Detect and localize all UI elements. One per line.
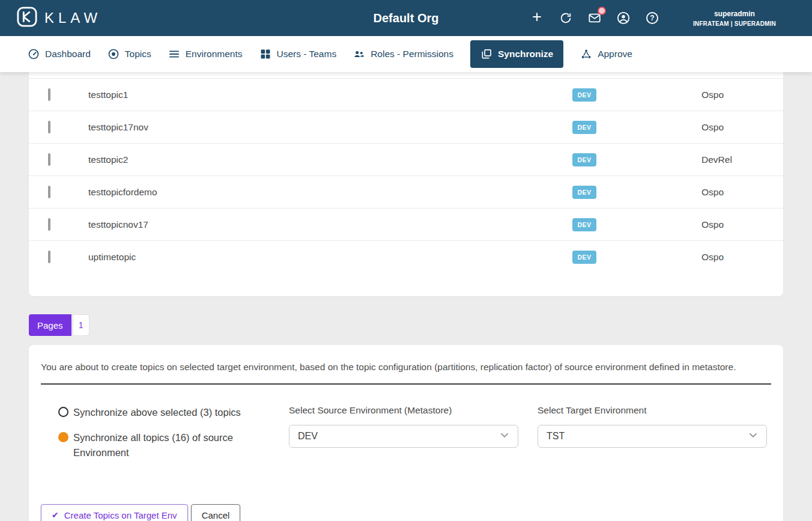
team-name: DevRel <box>659 154 783 165</box>
env-badge: DEV <box>572 251 597 264</box>
env-badge: DEV <box>572 218 597 231</box>
radio-sync-all-topics[interactable]: Synchronize all topics (16) of source En… <box>58 430 289 461</box>
env-badge: DEV <box>572 153 597 166</box>
table-row: testtopicnov17 DEV Ospo <box>29 208 783 240</box>
username: superadmin <box>693 10 776 18</box>
table-row: testtopic1 DEV Ospo <box>29 78 783 111</box>
org-title: Default Org <box>374 11 439 25</box>
main-nav: Dashboard Topics Environments Us <box>0 36 812 72</box>
nav-label: Users - Teams <box>277 49 337 59</box>
main-content: testtopic1 DEV Ospo testtopic17nov DEV O… <box>0 72 812 521</box>
team-name: Ospo <box>659 122 783 133</box>
add-icon[interactable]: + <box>530 11 544 25</box>
nav-label: Approve <box>598 49 632 59</box>
row-checkbox[interactable] <box>48 88 50 101</box>
account-icon[interactable] <box>616 11 631 25</box>
chevron-down-icon <box>747 429 759 443</box>
create-topics-button[interactable]: ✔ Create Topics on Target Env <box>41 504 188 521</box>
nav-label: Synchronize <box>498 49 553 59</box>
cancel-button[interactable]: Cancel <box>191 504 241 521</box>
team-name: Ospo <box>659 187 783 198</box>
header-actions: + ? <box>530 11 659 25</box>
nav-item-environments[interactable]: Environments <box>168 48 243 60</box>
target-env-group: Select Target Environment TST <box>538 405 767 448</box>
topic-name: testtopic17nov <box>88 122 509 133</box>
row-checkbox[interactable] <box>48 218 50 231</box>
team-name: Ospo <box>659 219 783 230</box>
table-row: testtopicfordemo DEV Ospo <box>29 175 783 208</box>
mail-icon[interactable] <box>587 11 602 25</box>
nav-item-users-teams[interactable]: Users - Teams <box>259 48 337 60</box>
roles-permissions-icon <box>353 48 365 60</box>
nav-label: Topics <box>125 49 151 59</box>
row-checkbox[interactable] <box>48 251 50 263</box>
table-row: testtopic2 DEV DevRel <box>29 143 783 175</box>
approve-icon <box>580 48 592 60</box>
topic-name: testtopicnov17 <box>88 219 509 230</box>
help-icon[interactable]: ? <box>645 11 659 25</box>
row-checkbox[interactable] <box>48 153 50 166</box>
sync-form: Synchronize above selected (3) topics Sy… <box>41 405 771 471</box>
source-env-label: Select Source Environment (Metastore) <box>289 405 518 416</box>
nav-item-approve[interactable]: Approve <box>580 48 632 60</box>
check-icon: ✔ <box>52 510 59 520</box>
nav-item-synchronize[interactable]: Synchronize <box>470 40 563 68</box>
logo-text: KLAW <box>44 10 102 26</box>
user-team-role: INFRATEAM | SUPERADMIN <box>693 20 776 27</box>
topics-table: testtopic1 DEV Ospo testtopic17nov DEV O… <box>29 72 783 296</box>
radio-label: Synchronize above selected (3) topics <box>73 405 241 421</box>
user-info: superadmin INFRATEAM | SUPERADMIN <box>693 10 776 27</box>
nav-label: Roles - Permissions <box>371 49 453 59</box>
source-env-value: DEV <box>298 431 318 442</box>
nav-item-roles-permissions[interactable]: Roles - Permissions <box>353 48 453 60</box>
source-env-select[interactable]: DEV <box>289 425 518 448</box>
table-row: uptimetopic DEV Ospo <box>29 240 783 273</box>
chevron-down-icon <box>498 429 511 443</box>
target-env-select[interactable]: TST <box>538 425 767 448</box>
topic-name: testtopic2 <box>88 154 509 165</box>
klaw-logo[interactable]: KLAW <box>17 7 102 29</box>
env-badge: DEV <box>572 88 597 102</box>
dashboard-icon <box>28 48 40 60</box>
topics-icon <box>108 48 120 60</box>
source-env-group: Select Source Environment (Metastore) DE… <box>289 405 518 448</box>
top-header: KLAW Default Org + ? <box>0 0 812 36</box>
pages-button[interactable]: Pages <box>29 314 71 336</box>
klaw-logo-icon <box>17 7 37 29</box>
sync-options: Synchronize above selected (3) topics Sy… <box>41 405 289 471</box>
env-badge: DEV <box>572 186 597 199</box>
topic-name: testtopic1 <box>88 90 509 100</box>
radio-label: Synchronize all topics (16) of source En… <box>73 430 259 461</box>
env-badge: DEV <box>572 121 597 134</box>
topic-name: uptimetopic <box>88 252 509 263</box>
sync-description: You are about to create topics on select… <box>41 362 771 373</box>
divider <box>41 383 771 385</box>
nav-label: Dashboard <box>45 49 91 59</box>
row-checkbox[interactable] <box>48 186 50 198</box>
create-topics-label: Create Topics on Target Env <box>64 510 177 520</box>
notification-badge <box>598 7 606 15</box>
nav-label: Environments <box>186 49 243 59</box>
action-buttons: ✔ Create Topics on Target Env Cancel <box>41 504 771 521</box>
topic-name: testtopicfordemo <box>88 187 509 198</box>
team-name: Ospo <box>659 252 783 263</box>
page-number-button[interactable]: 1 <box>73 314 89 336</box>
table-row: testtopic17nov DEV Ospo <box>29 111 783 143</box>
users-teams-icon <box>259 48 271 60</box>
synchronize-panel: You are about to create topics on select… <box>29 345 783 521</box>
nav-item-dashboard[interactable]: Dashboard <box>28 48 91 60</box>
nav-item-topics[interactable]: Topics <box>108 48 151 60</box>
radio-unselected-icon <box>58 407 68 417</box>
row-checkbox[interactable] <box>48 121 50 133</box>
radio-sync-selected-topics[interactable]: Synchronize above selected (3) topics <box>58 405 289 421</box>
refresh-icon[interactable] <box>559 11 573 25</box>
target-env-label: Select Target Environment <box>538 405 767 416</box>
synchronize-icon <box>480 48 492 60</box>
pagination: Pages 1 <box>29 314 783 336</box>
environments-icon <box>168 48 180 60</box>
target-env-value: TST <box>547 431 565 442</box>
radio-selected-icon <box>58 432 68 442</box>
team-name: Ospo <box>659 90 783 100</box>
